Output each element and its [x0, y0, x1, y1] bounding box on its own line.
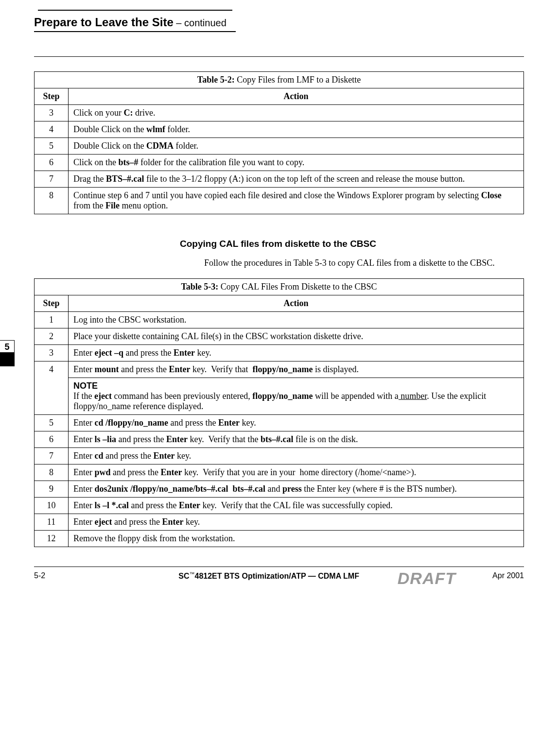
step-cell: 3 [35, 345, 69, 361]
table-row: 12Remove the floppy disk from the workst… [35, 531, 524, 547]
title-underline [34, 31, 236, 32]
step-cell: 10 [35, 498, 69, 514]
section-body: Follow the procedures in Table 5-3 to co… [204, 257, 524, 269]
table-row: 11Enter eject and press the Enter key. [35, 514, 524, 531]
col-action: Action [69, 88, 524, 105]
col-step: Step [35, 88, 69, 105]
action-cell: Remove the floppy disk from the workstat… [69, 531, 524, 547]
action-cell: Enter eject and press the Enter key. [69, 514, 524, 531]
step-cell: 8 [35, 188, 69, 214]
action-cell: Continue step 6 and 7 until you have cop… [69, 188, 524, 214]
table-row: 5Double Click on the CDMA folder. [35, 138, 524, 155]
action-cell: Enter ls –l *.cal and press the Enter ke… [69, 498, 524, 514]
table-row: 6Click on the bts–# folder for the calib… [35, 155, 524, 171]
action-cell: Enter dos2unix /floppy/no_name/bts–#.cal… [69, 481, 524, 498]
step-cell: 6 [35, 155, 69, 171]
step-cell: 9 [35, 481, 69, 498]
horizontal-rule [34, 56, 524, 57]
note-cell: NOTEIf the eject command has been previo… [69, 378, 524, 415]
table-caption: Table 5-3: Copy CAL Files From Diskette … [35, 279, 524, 295]
table-row: 8Continue step 6 and 7 until you have co… [35, 188, 524, 214]
footer-date: Apr 2001 [492, 571, 524, 580]
step-cell: 4 [35, 121, 69, 138]
action-cell: Enter eject –q and press the Enter key. [69, 345, 524, 361]
step-cell: 1 [35, 312, 69, 328]
action-cell: Enter cd and press the Enter key. [69, 448, 524, 464]
table-row: 9Enter dos2unix /floppy/no_name/bts–#.ca… [35, 481, 524, 498]
action-cell: Enter pwd and press the Enter key. Verif… [69, 464, 524, 481]
chapter-tab-block [0, 353, 15, 366]
draft-watermark: DRAFT [398, 569, 456, 588]
page-footer: 5-2 SC™4812ET BTS Optimization/ATP — CDM… [34, 567, 524, 581]
step-cell: 11 [35, 514, 69, 531]
action-cell: Place your diskette containing CAL file(… [69, 328, 524, 345]
step-cell: 12 [35, 531, 69, 547]
action-cell: Enter ls –lia and press the Enter key. V… [69, 431, 524, 448]
action-cell: Enter mount and press the Enter key. Ver… [69, 361, 524, 378]
table-row: 1Log into the CBSC workstation. [35, 312, 524, 328]
table-row: 8Enter pwd and press the Enter key. Veri… [35, 464, 524, 481]
step-cell: 7 [35, 448, 69, 464]
title-text: Prepare to Leave the Site [34, 16, 174, 29]
action-cell: Click on the bts–# folder for the calibr… [69, 155, 524, 171]
table-row: 4Double Click on the wlmf folder. [35, 121, 524, 138]
col-step: Step [35, 295, 69, 312]
col-action: Action [69, 295, 524, 312]
table-caption: Table 5-2: Copy Files from LMF to a Disk… [35, 72, 524, 88]
table-row: 4Enter mount and press the Enter key. Ve… [35, 361, 524, 378]
table-row: 3Click on your C: drive. [35, 105, 524, 121]
step-cell: 4 [35, 361, 69, 415]
chapter-tab: 5 [0, 340, 15, 366]
table-row: 7Drag the BTS–#.cal file to the 3–1/2 fl… [35, 171, 524, 188]
table-5-2: Table 5-2: Copy Files from LMF to a Disk… [34, 71, 524, 214]
table-row: 6Enter ls –lia and press the Enter key. … [35, 431, 524, 448]
action-cell: Double Click on the wlmf folder. [69, 121, 524, 138]
step-cell: 7 [35, 171, 69, 188]
title-continued: – continued [174, 17, 227, 28]
action-cell: Click on your C: drive. [69, 105, 524, 121]
step-cell: 8 [35, 464, 69, 481]
table-row: NOTEIf the eject command has been previo… [35, 378, 524, 415]
action-cell: Double Click on the CDMA folder. [69, 138, 524, 155]
page-title: Prepare to Leave the Site – continued [34, 16, 524, 29]
top-short-rule [38, 10, 232, 11]
section-heading: Copying CAL files from diskette to the C… [180, 239, 524, 249]
action-cell: Drag the BTS–#.cal file to the 3–1/2 flo… [69, 171, 524, 188]
chapter-number: 5 [0, 340, 15, 353]
step-cell: 2 [35, 328, 69, 345]
table-row: 7Enter cd and press the Enter key. [35, 448, 524, 464]
footer-page-number: 5-2 [34, 571, 45, 580]
action-cell: Enter cd /floppy/no_name and press the E… [69, 415, 524, 431]
table-row: 2Place your diskette containing CAL file… [35, 328, 524, 345]
step-cell: 5 [35, 138, 69, 155]
action-cell: Log into the CBSC workstation. [69, 312, 524, 328]
table-5-3: Table 5-3: Copy CAL Files From Diskette … [34, 278, 524, 547]
step-cell: 3 [35, 105, 69, 121]
table-row: 10Enter ls –l *.cal and press the Enter … [35, 498, 524, 514]
step-cell: 5 [35, 415, 69, 431]
step-cell: 6 [35, 431, 69, 448]
table-row: 3Enter eject –q and press the Enter key. [35, 345, 524, 361]
table-row: 5Enter cd /floppy/no_name and press the … [35, 415, 524, 431]
